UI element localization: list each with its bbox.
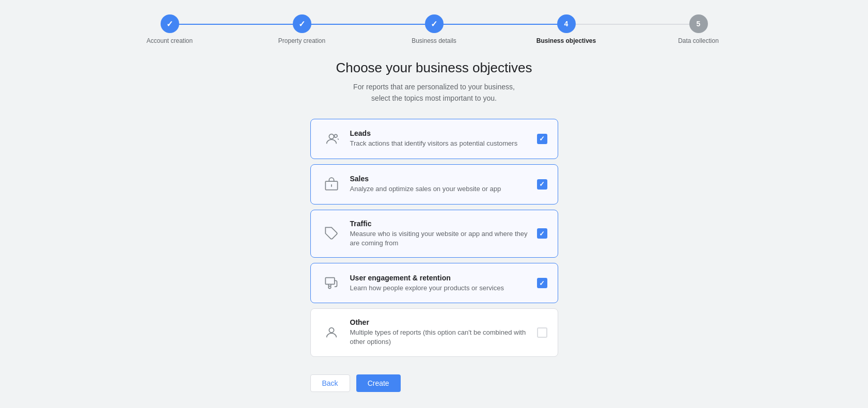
- svg-rect-5: [325, 278, 335, 285]
- objective-sales-desc: Analyze and optimize sales on your websi…: [350, 184, 529, 194]
- objective-sales-text: Sales Analyze and optimize sales on your…: [350, 175, 529, 194]
- step-label-3: Business details: [412, 37, 456, 44]
- objectives-list: Leads Track actions that identify visito…: [310, 119, 558, 362]
- objective-engagement-desc: Learn how people explore your products o…: [350, 284, 529, 293]
- objective-other-desc: Multiple types of reports (this option c…: [350, 328, 529, 347]
- traffic-icon: [321, 223, 342, 244]
- step-label-1: Account creation: [147, 37, 193, 44]
- step-business-details: Business details: [368, 14, 500, 44]
- svg-point-6: [328, 286, 331, 289]
- step-data-collection: 5 Data collection: [633, 14, 765, 44]
- step-business-objectives: 4 Business objectives: [500, 14, 633, 44]
- objective-engagement-checkbox[interactable]: [537, 278, 547, 288]
- step-account-creation: Account creation: [104, 14, 236, 44]
- step-circle-3: [425, 14, 444, 33]
- svg-point-1: [334, 134, 337, 137]
- objective-other-title: Other: [350, 318, 529, 326]
- objective-traffic[interactable]: Traffic Measure who is visiting your web…: [310, 210, 558, 258]
- objective-traffic-text: Traffic Measure who is visiting your web…: [350, 219, 529, 248]
- objective-other[interactable]: Other Multiple types of reports (this op…: [310, 308, 558, 356]
- objective-sales-checkbox[interactable]: [537, 179, 547, 190]
- svg-point-7: [329, 328, 334, 333]
- engagement-icon: [321, 273, 342, 293]
- step-property-creation: Property creation: [236, 14, 368, 44]
- svg-point-0: [329, 134, 334, 138]
- objective-traffic-title: Traffic: [350, 219, 529, 228]
- objective-other-checkbox[interactable]: [537, 327, 547, 338]
- objective-leads-text: Leads Track actions that identify visito…: [350, 129, 529, 148]
- objective-sales[interactable]: Sales Analyze and optimize sales on your…: [310, 164, 558, 205]
- sales-icon: [321, 174, 342, 195]
- objective-leads-title: Leads: [350, 129, 529, 137]
- objective-traffic-desc: Measure who is visiting your website or …: [350, 229, 529, 248]
- button-row: Back Create: [310, 374, 558, 392]
- step-label-4: Business objectives: [536, 37, 596, 44]
- objective-other-text: Other Multiple types of reports (this op…: [350, 318, 529, 347]
- create-button[interactable]: Create: [356, 374, 401, 392]
- objective-leads[interactable]: Leads Track actions that identify visito…: [310, 119, 558, 159]
- objective-engagement-title: User engagement & retention: [350, 274, 529, 282]
- step-label-5: Data collection: [678, 37, 719, 44]
- step-circle-4: 4: [557, 14, 576, 33]
- back-button[interactable]: Back: [310, 374, 350, 392]
- other-icon: [321, 322, 342, 343]
- objective-engagement-text: User engagement & retention Learn how pe…: [350, 274, 529, 293]
- objective-engagement[interactable]: User engagement & retention Learn how pe…: [310, 263, 558, 303]
- objective-leads-desc: Track actions that identify visitors as …: [350, 139, 529, 148]
- step-circle-1: [161, 14, 179, 33]
- stepper: Account creation Property creation Busin…: [73, 0, 796, 50]
- objective-sales-title: Sales: [350, 175, 529, 183]
- step-label-2: Property creation: [278, 37, 325, 44]
- step-circle-2: [293, 14, 311, 33]
- page-title: Choose your business objectives: [336, 60, 532, 76]
- objective-traffic-checkbox[interactable]: [537, 228, 547, 239]
- leads-icon: [321, 129, 342, 149]
- page-subtitle: For reports that are personalized to you…: [353, 81, 515, 104]
- objective-leads-checkbox[interactable]: [537, 134, 547, 144]
- step-circle-5: 5: [689, 14, 708, 33]
- main-content: Choose your business objectives For repo…: [0, 50, 868, 392]
